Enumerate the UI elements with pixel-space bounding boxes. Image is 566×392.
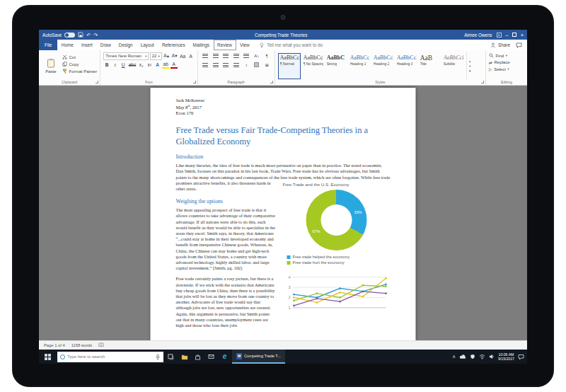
tab-mailings[interactable]: Mailings <box>189 40 213 50</box>
tray-chevron-up-icon[interactable]: ∧ <box>452 354 456 359</box>
show-formatting-marks-button[interactable]: ¶ <box>262 52 272 60</box>
underline-button[interactable]: U <box>120 62 127 69</box>
font-family-select[interactable]: Times New Roman▾ <box>103 52 149 60</box>
ribbon-display-options-icon[interactable]: ▾ <box>497 33 502 38</box>
multilevel-list-button[interactable] <box>221 52 231 60</box>
bold-button[interactable]: B <box>103 62 110 69</box>
autosave-toggle[interactable] <box>64 33 75 38</box>
microphone-icon[interactable] <box>155 354 161 360</box>
tab-layout[interactable]: Layout <box>137 40 158 50</box>
tab-references[interactable]: References <box>158 40 189 50</box>
security-shield-icon[interactable] <box>470 354 475 359</box>
styles-dialog-launcher-icon[interactable] <box>481 81 484 83</box>
decrease-indent-button[interactable] <box>231 52 241 60</box>
donut-chart[interactable] <box>306 190 367 250</box>
find-button[interactable]: Find ▾ <box>489 53 524 58</box>
wifi-icon[interactable] <box>479 354 485 359</box>
style-card-title[interactable]: AaBTitle <box>418 53 441 79</box>
style-card-heading-1[interactable]: AaBbCcHeading 1 <box>348 53 371 79</box>
styles-scroll-up-icon[interactable]: ▴ <box>469 59 470 63</box>
copy-button[interactable]: Copy <box>62 62 97 67</box>
task-view-button[interactable] <box>165 350 177 364</box>
replace-button[interactable]: ⇄ Replace <box>489 60 524 65</box>
volume-icon[interactable] <box>489 354 495 359</box>
tab-file[interactable]: File <box>39 40 57 50</box>
cut-button[interactable]: Cut <box>62 54 97 59</box>
page-indicator[interactable]: Page 1 of 4 <box>44 343 65 347</box>
align-right-button[interactable] <box>221 62 231 69</box>
mail-icon[interactable] <box>205 350 217 364</box>
select-button[interactable]: ▷ Select ▾ <box>489 67 524 71</box>
justify-button[interactable] <box>231 62 241 69</box>
tab-draw[interactable]: Draw <box>96 40 115 50</box>
text-effects-button[interactable]: A <box>154 62 161 69</box>
save-icon[interactable] <box>78 32 83 38</box>
change-case-button[interactable]: Aa <box>179 52 186 60</box>
file-explorer-icon[interactable] <box>178 350 190 364</box>
clipboard-dialog-launcher-icon[interactable] <box>96 81 98 83</box>
style-card-no-spacing[interactable]: AaBbCcDc¶ No Spacing <box>301 53 324 79</box>
style-card-strong[interactable]: AaBbCStrong <box>325 53 347 79</box>
align-center-button[interactable] <box>211 62 220 69</box>
taskbar-search-box[interactable] <box>57 352 163 362</box>
share-button[interactable]: Share <box>490 42 510 48</box>
highlight-color-button[interactable]: ab <box>162 62 169 69</box>
line-chart-svg[interactable]: 1234 <box>283 269 389 318</box>
document-page[interactable]: Jack McKeever May 8th, 2017 Econ 170 Fre… <box>151 88 416 340</box>
sort-button[interactable]: A↓ <box>252 52 261 60</box>
tab-view[interactable]: View <box>236 40 254 50</box>
word-app-icon: W <box>236 353 242 359</box>
bullets-button[interactable] <box>201 52 210 60</box>
tell-me-box[interactable]: Tell me what you want to do <box>259 42 323 48</box>
word-count[interactable]: 1158 words <box>71 343 93 347</box>
grow-font-button[interactable]: A▴ <box>163 52 170 60</box>
style-card-heading-3[interactable]: AaBbCcDHeading 3 <box>395 53 417 79</box>
clear-formatting-button[interactable]: A <box>187 52 195 60</box>
select-label: Select <box>494 67 506 71</box>
user-name[interactable]: Aimee Owens <box>464 33 492 38</box>
onedrive-cloud-icon[interactable] <box>459 354 466 359</box>
paragraph-dialog-launcher-icon[interactable] <box>270 81 273 83</box>
store-icon[interactable] <box>192 350 204 364</box>
minimize-button[interactable]: – <box>506 33 509 38</box>
copy-label: Copy <box>69 62 79 67</box>
italic-button[interactable]: I <box>112 62 119 69</box>
numbering-button[interactable] <box>211 52 220 60</box>
search-input[interactable] <box>67 354 153 359</box>
tab-design[interactable]: Design <box>115 40 137 50</box>
start-button[interactable] <box>39 350 56 364</box>
font-color-button[interactable]: A <box>171 62 178 69</box>
word-taskbar-button[interactable]: W Competing Trade T... <box>232 350 285 364</box>
subscript-button[interactable]: x₂ <box>138 62 145 69</box>
shrink-font-button[interactable]: A▾ <box>171 52 178 60</box>
style-card-heading-2[interactable]: AaBbCcEHeading 2 <box>371 53 394 79</box>
font-dialog-launcher-icon[interactable] <box>193 81 196 83</box>
superscript-button[interactable]: x² <box>146 62 153 69</box>
strikethrough-button[interactable]: abc <box>128 62 137 69</box>
paste-button[interactable]: Paste <box>42 52 60 79</box>
proofing-icon[interactable] <box>98 342 104 348</box>
styles-more-icon[interactable]: ▼ <box>468 69 471 73</box>
maximize-button[interactable] <box>512 33 516 37</box>
multilevel-list-icon <box>223 54 229 58</box>
increase-indent-button[interactable] <box>242 52 251 60</box>
tab-insert[interactable]: Insert <box>77 40 96 50</box>
tab-review[interactable]: Review <box>214 40 236 50</box>
style-card-normal[interactable]: AaBbCcDc¶ Normal <box>278 53 301 79</box>
status-bar: Page 1 of 4 1158 words <box>39 340 527 350</box>
action-center-icon[interactable] <box>518 354 524 360</box>
taskbar-clock[interactable]: 10:06 AM 9/15/2017 <box>498 352 514 361</box>
line-spacing-button[interactable]: ↕ <box>242 62 251 69</box>
format-painter-button[interactable]: Format Painter <box>62 69 97 74</box>
align-left-button[interactable] <box>201 62 210 69</box>
comments-icon[interactable] <box>516 42 522 48</box>
close-button[interactable]: × <box>521 33 524 38</box>
font-size-select[interactable]: 22▾ <box>150 52 162 60</box>
undo-icon[interactable]: ↶ <box>86 33 91 38</box>
borders-button[interactable]: ⊞ <box>262 62 272 69</box>
styles-scroll-down-icon[interactable]: ▾ <box>469 64 470 68</box>
style-card-subtitle[interactable]: AaBbCcDSubtitle <box>441 53 464 79</box>
tab-home[interactable]: Home <box>57 40 77 50</box>
shading-button[interactable] <box>252 62 261 69</box>
edge-icon[interactable]: e <box>219 350 231 364</box>
